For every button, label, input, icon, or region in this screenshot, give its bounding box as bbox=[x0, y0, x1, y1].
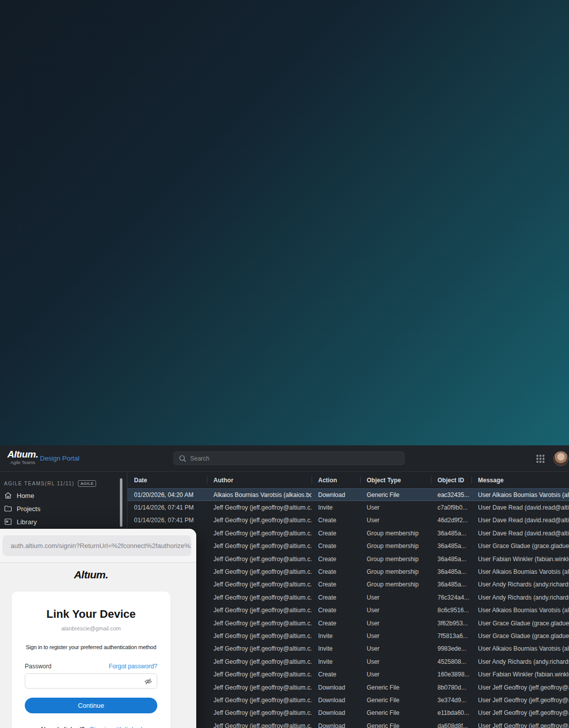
password-input[interactable] bbox=[25, 673, 157, 689]
column-header-object-type[interactable]: Object Type bbox=[360, 473, 431, 487]
search-placeholder: Search bbox=[190, 455, 209, 462]
cell-author: Jeff Geoffroy (jeff.geoffroy@altium.c... bbox=[207, 681, 312, 694]
cell-date: 01/14/2026, 07:41 PM bbox=[127, 514, 207, 527]
cell-action: Invite bbox=[312, 643, 360, 655]
sidebar-item-label: Library bbox=[17, 518, 37, 526]
column-header-date[interactable]: Date bbox=[127, 473, 207, 487]
background-gradient bbox=[0, 0, 569, 445]
cell-action: Download bbox=[312, 681, 360, 694]
cell-author: Jeff Geoffroy (jeff.geoffroy@altium.c... bbox=[207, 540, 312, 553]
cell-date: 01/14/2026, 07:41 PM bbox=[127, 501, 207, 514]
cell-action: Create bbox=[312, 514, 360, 527]
sidebar-scrollbar[interactable] bbox=[120, 478, 122, 527]
password-label-row: Password Forgot password? bbox=[25, 663, 157, 670]
table-header: Date Author Action Object Type Object ID… bbox=[127, 473, 569, 487]
column-header-message[interactable]: Message bbox=[471, 473, 569, 487]
cell-object-type: User bbox=[360, 514, 431, 527]
cell-action: Create bbox=[312, 540, 360, 553]
altium-logo: Altıum. Agile Teams bbox=[5, 449, 40, 465]
sidebar-item-library[interactable]: Library bbox=[0, 515, 127, 528]
column-header-author[interactable]: Author bbox=[207, 473, 312, 487]
cell-message: User Alkaios Bournias Varotsis (alkai... bbox=[471, 604, 569, 617]
cell-message: User Grace Gladue (grace.gladue@a... bbox=[471, 629, 569, 642]
cell-message: User Jeff Geoffroy (jeff.geoffroy@alt... bbox=[471, 707, 569, 719]
user-avatar[interactable] bbox=[553, 451, 568, 466]
column-header-action[interactable]: Action bbox=[312, 473, 360, 487]
cell-action: Create bbox=[312, 527, 360, 539]
cell-object-type: User bbox=[360, 643, 431, 655]
modal-title: Link Your Device bbox=[25, 608, 157, 621]
cell-author: Jeff Geoffroy (jeff.geoffroy@altium.c... bbox=[207, 604, 312, 617]
table-row[interactable]: 01/14/2026, 07:41 PMJeff Geoffroy (jeff.… bbox=[127, 501, 569, 514]
cell-author: Jeff Geoffroy (jeff.geoffroy@altium.c... bbox=[207, 617, 312, 629]
cell-action: Invite bbox=[312, 501, 360, 514]
cell-message: User Jeff Geoffroy (jeff.geoffroy@alt... bbox=[471, 681, 569, 694]
sidebar-item-home[interactable]: Home bbox=[0, 489, 127, 502]
cell-action: Download bbox=[312, 707, 360, 719]
cell-object-id: da608d8f... bbox=[431, 719, 471, 728]
table-row[interactable]: 01/20/2026, 04:20 AMAlkaios Bournias Var… bbox=[127, 488, 569, 501]
cell-object-id: 8b0780d... bbox=[431, 681, 471, 694]
cell-message: User Alkaios Bournias Varotsis (alkai... bbox=[471, 565, 569, 578]
cell-action: Invite bbox=[312, 655, 360, 668]
cell-action: Download bbox=[312, 694, 360, 706]
cell-object-id: 8c6c9516... bbox=[431, 604, 471, 617]
forgot-password-link[interactable]: Forgot password? bbox=[109, 663, 157, 670]
header-right bbox=[536, 445, 569, 472]
cell-action: Create bbox=[312, 604, 360, 617]
cell-object-id: 7f5813a6... bbox=[431, 629, 471, 642]
column-header-object-id[interactable]: Object ID bbox=[431, 473, 471, 487]
cell-object-id: 46d2d9f2... bbox=[431, 514, 471, 527]
cell-object-type: Generic File bbox=[360, 719, 431, 728]
link-device-card: Link Your Device alanbrescie@gmail.com S… bbox=[12, 592, 170, 728]
cell-object-type: Group membership bbox=[360, 553, 431, 565]
cell-object-type: Group membership bbox=[360, 578, 431, 591]
cell-author: Jeff Geoffroy (jeff.geoffroy@altium.c... bbox=[207, 527, 312, 539]
url-text: auth.altium.com/signin?ReturnUrl=%2fconn… bbox=[11, 542, 191, 550]
cell-object-id: 36a485a... bbox=[431, 527, 471, 539]
cell-action: Create bbox=[312, 553, 360, 565]
eye-off-icon[interactable] bbox=[144, 677, 152, 686]
workspace-badge: AGILE bbox=[78, 480, 96, 487]
cell-object-id: 3f62b953... bbox=[431, 617, 471, 629]
apps-grid-icon[interactable] bbox=[536, 454, 545, 463]
altium-logo-subtitle: Agile Teams bbox=[5, 460, 40, 465]
popup-content: Altıum. Link Your Device alanbrescie@gma… bbox=[0, 569, 196, 728]
altium-logo-dark: Altıum. bbox=[0, 569, 190, 581]
app-header: Altıum. Agile Teams Design Portal Search bbox=[0, 445, 569, 472]
url-bar[interactable]: auth.altium.com/signin?ReturnUrl=%2fconn… bbox=[3, 535, 191, 556]
cell-object-id: 36a485a... bbox=[431, 578, 471, 591]
workspace-row[interactable]: AGILE TEAMS(RL 11/11) AGILE bbox=[0, 478, 127, 489]
cell-object-type: User bbox=[360, 591, 431, 604]
cell-object-id: 160e3898... bbox=[431, 668, 471, 680]
cell-object-id: 3e374d9... bbox=[431, 694, 471, 706]
cell-message: User Andy Richards (andy.richards@... bbox=[471, 578, 569, 591]
design-portal-link[interactable]: Design Portal bbox=[40, 445, 79, 472]
cell-author: Jeff Geoffroy (jeff.geoffroy@altium.c... bbox=[207, 514, 312, 527]
cell-object-type: Generic File bbox=[360, 707, 431, 719]
cell-object-id: 9983ede... bbox=[431, 643, 471, 655]
cell-object-type: Generic File bbox=[360, 488, 431, 501]
signin-linked-credentials-link[interactable]: Sign in with linked credentials bbox=[75, 725, 143, 728]
cell-action: Create bbox=[312, 668, 360, 680]
cell-message: User Grace Gladue (grace.gladue@a... bbox=[471, 540, 569, 553]
folder-icon bbox=[4, 505, 12, 513]
search-input[interactable]: Search bbox=[173, 451, 405, 465]
table-row[interactable]: 01/14/2026, 07:41 PMJeff Geoffroy (jeff.… bbox=[127, 514, 569, 527]
continue-button[interactable]: Continue bbox=[25, 698, 157, 713]
cell-object-type: User bbox=[360, 604, 431, 617]
cell-author: Jeff Geoffroy (jeff.geoffroy@altium.c... bbox=[207, 643, 312, 655]
already-linked-row: Already linked? Sign in with linked cred… bbox=[25, 725, 157, 728]
cell-object-type: User bbox=[360, 655, 431, 668]
cell-object-type: User bbox=[360, 501, 431, 514]
cell-message: User Andy Richards (andy.richards@... bbox=[471, 591, 569, 604]
cell-author: Jeff Geoffroy (jeff.geoffroy@altium.c... bbox=[207, 719, 312, 728]
cell-object-type: User bbox=[360, 629, 431, 642]
home-icon bbox=[4, 491, 12, 499]
cell-message: User Jeff Geoffroy (jeff.geoffroy@alt... bbox=[471, 694, 569, 706]
cell-message: User Dave Read (david.read@altium.... bbox=[471, 514, 569, 527]
cell-author: Jeff Geoffroy (jeff.geoffroy@altium.c... bbox=[207, 629, 312, 642]
screen: Altıum. Agile Teams Design Portal Search bbox=[0, 0, 569, 728]
cell-message: User Fabian Winkler (fabian.winkler... bbox=[471, 553, 569, 565]
sidebar-item-projects[interactable]: Projects bbox=[0, 502, 127, 515]
